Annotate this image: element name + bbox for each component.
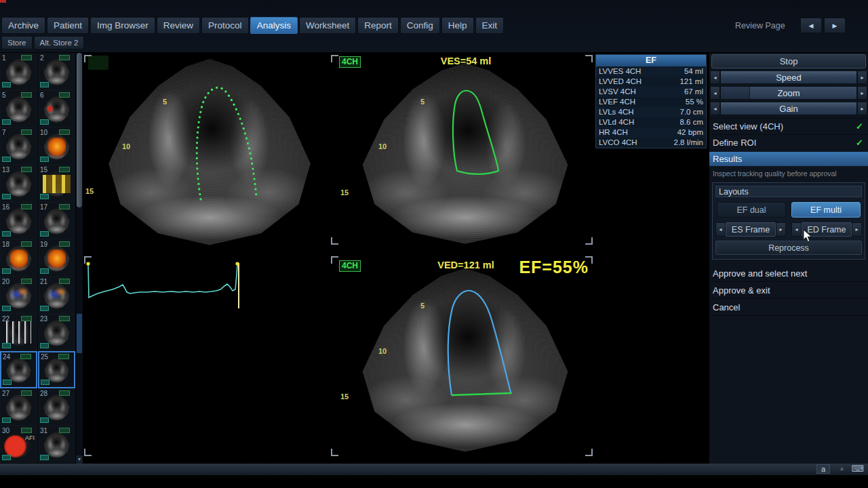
menu-tab[interactable]: Review (157, 17, 200, 34)
image-thumbnail[interactable]: 13 (0, 165, 37, 202)
depth-tick: 10 (378, 347, 387, 355)
thumbnail-gallery: 1 2 5 6 (0, 53, 75, 464)
slider-decrease-button[interactable]: ◂ (710, 70, 720, 84)
es-frame-next-button[interactable]: ▸ (776, 222, 786, 237)
es-frame-prev-button[interactable]: ◂ (715, 222, 726, 237)
end-systole-panel[interactable]: 4CH VES=54 ml 5 10 15 (335, 53, 597, 254)
ed-frame-prev-button[interactable]: ◂ (791, 222, 802, 237)
menu-tab[interactable]: Protocol (201, 17, 249, 34)
thumbnail-store-tag-icon (21, 279, 32, 284)
thumbnail-store-tag-icon (21, 167, 32, 172)
approve-and-exit[interactable]: Approve & exit (709, 282, 868, 299)
image-thumbnail[interactable]: 10 (38, 127, 75, 165)
step-select-view[interactable]: Select view (4CH) ✓ (709, 118, 868, 134)
image-thumbnail[interactable]: 25 (38, 351, 75, 388)
ef-dual-button[interactable]: EF dual (717, 202, 786, 218)
review-page-prev-button[interactable]: ◀ (800, 18, 822, 33)
image-thumbnail[interactable]: 22 (0, 314, 37, 351)
thumbnail-type-tag-icon (2, 343, 11, 348)
image-thumbnail[interactable]: 6 (38, 90, 75, 127)
ecg-panel[interactable] (83, 254, 335, 464)
step-results-header[interactable]: Results (709, 152, 868, 166)
measurement-table: EF LVVES 4CH 54 ml LVVED 4CH 121 ml LVSV… (595, 54, 707, 148)
image-thumbnail[interactable]: 16 (0, 202, 37, 239)
stop-button[interactable]: Stop (711, 54, 866, 68)
image-thumbnail[interactable]: 31 (38, 426, 75, 463)
image-thumbnail[interactable]: 2 (38, 53, 75, 90)
gallery-scrollbar[interactable]: ▾ (76, 53, 83, 464)
thumbnail-type-tag-icon (40, 157, 49, 162)
thumbnail-number: 2 (40, 54, 44, 62)
panel-corner-mark (331, 449, 338, 456)
scrollbar-down-arrow[interactable]: ▾ (76, 455, 83, 464)
thumbnail-number: 16 (2, 203, 9, 211)
es-frame-button[interactable]: ES Frame (726, 222, 776, 237)
menu-tab[interactable]: Img Browser (90, 17, 155, 34)
image-thumbnail[interactable]: 17 (38, 202, 75, 239)
image-thumbnail[interactable]: 15 (38, 165, 75, 202)
application-window: Archive Patient Img Browser Review Proto… (0, 0, 868, 488)
slider-track[interactable]: Zoom (720, 86, 857, 100)
approve-and-select-next[interactable]: Approve and select next (709, 265, 868, 282)
slider-increase-button[interactable]: ▸ (857, 70, 867, 84)
thumbnail-number: 23 (40, 315, 47, 323)
panel-corner-mark (84, 256, 92, 264)
thumbnail-type-tag-icon (3, 380, 12, 385)
thumbnail-store-tag-icon (59, 55, 70, 60)
menu-tab[interactable]: Exit (475, 17, 505, 34)
layouts-header: Layouts (715, 186, 862, 197)
menu-tab[interactable]: Help (441, 17, 474, 34)
lv-contour-systole (335, 53, 597, 254)
panel-corner-mark (585, 256, 593, 264)
image-thumbnail[interactable]: 18 (0, 239, 37, 277)
slider-decrease-button[interactable]: ◂ (710, 86, 720, 100)
image-thumbnail[interactable]: 27 (0, 388, 37, 426)
menu-tab[interactable]: Patient (47, 17, 89, 34)
measurement-value: 55 % (686, 97, 703, 107)
checkmark-icon: ✓ (856, 135, 863, 151)
menu-tab[interactable]: Analysis (250, 17, 298, 34)
slider-decrease-button[interactable]: ◂ (710, 102, 720, 115)
thumbnail-store-tag-icon (59, 167, 70, 172)
image-thumbnail[interactable]: 19 (38, 239, 75, 277)
thumbnail-type-tag-icon (40, 306, 49, 311)
measurement-value: 8.6 cm (679, 117, 703, 127)
thumbnail-number: 30 (2, 427, 9, 434)
image-thumbnail[interactable]: 21 (38, 277, 75, 314)
image-thumbnail[interactable]: 23 (38, 314, 75, 351)
image-thumbnail[interactable]: 5 (0, 90, 37, 127)
ed-frame-next-button[interactable]: ▸ (852, 222, 862, 237)
reprocess-button[interactable]: Reprocess (715, 241, 862, 255)
image-thumbnail[interactable]: 24 (0, 351, 37, 388)
slider-increase-button[interactable]: ▸ (857, 86, 867, 100)
results-groupbox: Layouts EF dual EF multi ◂ ES Frame ▸ ◂ … (712, 182, 865, 260)
keyboard-layout-indicator[interactable]: a (816, 464, 830, 474)
slider-track[interactable]: Speed (720, 70, 857, 84)
thumbnail-type-tag-icon (2, 157, 11, 162)
thumbnail-store-tag-icon (58, 354, 69, 359)
image-thumbnail[interactable]: 28 (38, 388, 75, 426)
thumbnail-number: 31 (40, 427, 47, 434)
store-tab[interactable]: Store (1, 36, 33, 49)
measurement-row: LVSV 4CH 67 ml (596, 87, 706, 97)
cancel[interactable]: Cancel (709, 299, 868, 316)
image-thumbnail[interactable]: 7 (0, 127, 37, 165)
panel-corner-mark (585, 55, 593, 62)
slider-track[interactable]: Gain (720, 102, 857, 115)
scrollbar-thumb[interactable] (77, 53, 82, 207)
review-page-next-button[interactable]: ▶ (824, 18, 846, 33)
image-thumbnail[interactable]: 30 AFI (0, 426, 37, 463)
image-thumbnail[interactable]: 20 (0, 277, 37, 314)
menu-tab[interactable]: Report (357, 17, 399, 34)
store-tab[interactable]: Alt. Store 2 (34, 36, 85, 49)
menu-tab[interactable]: Archive (1, 17, 45, 34)
roi-tracking-panel[interactable]: 5 10 15 (83, 53, 335, 254)
menu-tab[interactable]: Worksheet (299, 17, 356, 34)
ef-multi-button[interactable]: EF multi (791, 202, 861, 218)
keyboard-icon[interactable]: ⌨ (851, 464, 864, 474)
end-diastole-panel[interactable]: 4CH VED=121 ml EF=55% 5 10 15 (335, 254, 597, 464)
slider-increase-button[interactable]: ▸ (857, 102, 867, 115)
image-thumbnail[interactable]: 1 (0, 53, 37, 90)
step-define-roi[interactable]: Define ROI ✓ (709, 134, 868, 150)
menu-tab[interactable]: Config (400, 17, 440, 34)
